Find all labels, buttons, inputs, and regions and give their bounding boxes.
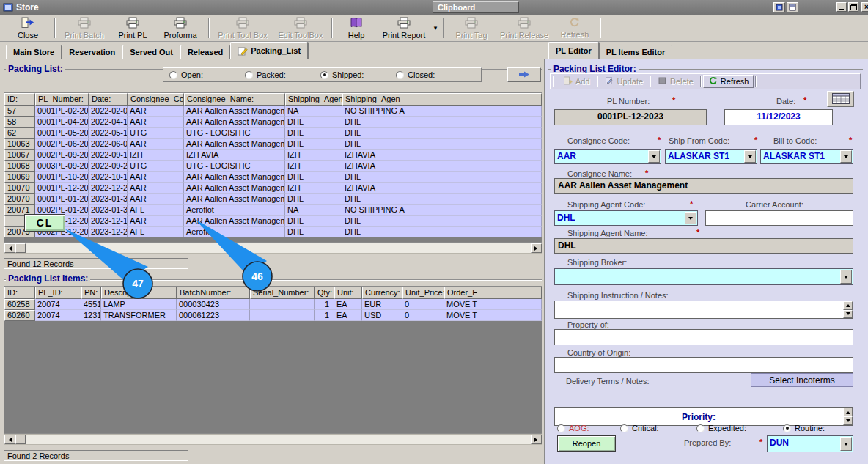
column-header-order-f[interactable]: Order_F [444, 287, 542, 299]
shipping-instruction-textarea[interactable] [554, 301, 853, 319]
chevron-down-icon[interactable] [840, 270, 852, 284]
shipping-broker-select[interactable] [554, 268, 853, 285]
ship-from-code-select[interactable]: ALASKAR ST1 [665, 149, 757, 164]
print-pl-button[interactable]: Print PL [110, 16, 155, 40]
table-row[interactable]: 60258200744551LAMP0000304231EAEUR0MOVE T [4, 299, 542, 310]
tab-reservation[interactable]: Reservation [62, 45, 122, 59]
column-header-id[interactable]: ID: [4, 93, 35, 106]
carrier-account-input[interactable] [705, 210, 853, 226]
column-header-consignee-code[interactable]: Consignee_Code: [128, 93, 184, 106]
chevron-down-icon[interactable] [840, 150, 852, 163]
column-header-pl-id[interactable]: PL_ID: [35, 287, 81, 299]
column-header-date[interactable]: Date: [89, 93, 128, 106]
table-row[interactable]: 100700001PL-12-20222022-12-21AARAAR Aall… [4, 183, 542, 194]
packing-list-hscrollbar[interactable] [4, 243, 542, 254]
chevron-down-icon[interactable] [648, 150, 660, 163]
table-row[interactable]: 200710002PL-01-20232023-01-30AFLAeroflot… [4, 205, 542, 216]
column-header-currency[interactable]: Currency: [362, 287, 402, 299]
calendar-button[interactable] [827, 91, 854, 107]
close-window-button[interactable]: × [861, 2, 868, 12]
minimize-button[interactable] [836, 2, 847, 12]
reopen-button[interactable]: Reopen [557, 435, 616, 452]
tab-main-store[interactable]: Main Store [6, 45, 62, 59]
table-row[interactable]: 570001PL-02-20222022-02-01AARAAR Aallen … [4, 106, 542, 117]
column-header-pn[interactable]: PN: [81, 287, 101, 299]
tab-packing-list[interactable]: Packing_List [230, 42, 308, 59]
country-of-origin-input[interactable] [554, 357, 853, 373]
chevron-down-icon[interactable] [840, 437, 852, 451]
table-row[interactable]: 200700001PL-01-20232023-01-30AARAAR Aall… [4, 194, 542, 205]
shipping-agent-code-select[interactable]: DHL [554, 210, 698, 226]
column-header-shipping-agent-cod[interactable]: Shipping_Agent_Cod [285, 93, 342, 106]
scroll-up-icon[interactable] [843, 408, 853, 416]
column-header-unit-price[interactable]: Unit_Price: [402, 287, 444, 299]
priority-critical[interactable]: Critical: [620, 424, 659, 432]
cl-annotation-button[interactable]: CL [24, 214, 65, 232]
form-shortcut-icon[interactable] [787, 2, 798, 12]
select-incoterms-button[interactable]: Select Incoterms [751, 373, 853, 387]
chevron-down-icon[interactable] [744, 150, 756, 163]
scroll-left-icon[interactable] [4, 435, 15, 444]
table-row[interactable]: 200750002PL-12-20232023-12-22AFLAeroflot… [4, 227, 542, 237]
scroll-down-icon[interactable] [843, 310, 853, 319]
priority-routine[interactable]: Routine: [783, 424, 825, 432]
property-of-input[interactable] [554, 329, 853, 345]
store-shortcut-icon[interactable] [773, 2, 785, 12]
radio-button-icon[interactable] [169, 71, 177, 79]
column-header-unit[interactable]: Unit: [334, 287, 362, 299]
prepared-by-select[interactable]: DUN [767, 435, 853, 452]
scrollbar-track[interactable] [26, 243, 531, 253]
priority-aog[interactable]: AOG: [557, 424, 589, 432]
consignee-code-select[interactable]: AAR [554, 149, 661, 164]
scroll-left-icon[interactable] [4, 243, 15, 253]
textarea-scroll-buttons[interactable] [843, 408, 853, 425]
apply-filter-button[interactable] [507, 67, 541, 82]
column-header-pl-number[interactable]: PL_Number: [35, 93, 89, 106]
table-row[interactable]: 580001PL-04-20222022-04-18AARAAR Aallen … [4, 117, 542, 128]
items-hscrollbar[interactable] [4, 434, 542, 445]
help-button[interactable]: Help [336, 16, 377, 40]
filter-closed[interactable]: Closed: [396, 70, 471, 79]
table-row[interactable]: 100680003PL-09-20222022-09-26UTGUTG - LO… [4, 161, 542, 172]
refresh-button[interactable]: Refresh [703, 75, 754, 88]
bill-to-code-select[interactable]: ALASKAR ST1 [760, 149, 853, 164]
column-header-serial-number[interactable]: Serial_Number: [250, 287, 315, 299]
column-header-batchnumber[interactable]: BatchNumber: [177, 287, 250, 299]
date-field[interactable]: 11/12/2023 [724, 109, 833, 125]
scroll-right-icon[interactable] [531, 435, 542, 444]
filter-packed[interactable]: Packed: [245, 70, 320, 79]
tab-pl-editor[interactable]: PL Editor [548, 42, 599, 59]
chevron-down-icon[interactable] [685, 212, 696, 224]
tab-released[interactable]: Released [180, 45, 230, 59]
scroll-up-icon[interactable] [843, 301, 853, 310]
table-row[interactable]: 100630002PL-06-20222022-06-06AARAAR Aall… [4, 139, 542, 150]
column-header-id[interactable]: ID: [4, 287, 35, 299]
table-row[interactable]: 100670002PL-09-20222022-09-15IZHIZH AVIA… [4, 150, 542, 161]
textarea-scroll-buttons[interactable] [843, 301, 853, 318]
print-report-dropdown-icon[interactable]: ▾ [431, 16, 440, 40]
table-row[interactable]: 602602007412311TRANSFORMER0000612231EAUS… [4, 310, 542, 321]
table-row[interactable]: 620001PL-05-20222022-05-12UTGUTG - LOGIS… [4, 128, 542, 139]
filter-open[interactable]: Open: [169, 70, 245, 79]
priority-expedited[interactable]: Expedited: [696, 424, 746, 432]
close-button[interactable]: Close [4, 16, 51, 40]
tab-pl-items-editor[interactable]: PL Items Editor [599, 45, 672, 59]
restore-button[interactable] [848, 2, 858, 12]
filter-shipped[interactable]: Shipped: [320, 70, 396, 79]
radio-button-icon[interactable] [557, 424, 565, 432]
table-row[interactable]: 100690001PL-10-20222022-10-13AARAAR Aall… [4, 172, 542, 183]
radio-button-icon[interactable] [320, 71, 328, 79]
radio-button-icon[interactable] [696, 424, 705, 432]
scrollbar-track[interactable] [26, 435, 531, 444]
column-header-shipping-agen[interactable]: Shipping_Agen [342, 93, 542, 106]
radio-button-icon[interactable] [783, 424, 791, 432]
radio-button-icon[interactable] [396, 71, 404, 79]
proforma-button[interactable]: Proforma [155, 16, 205, 40]
radio-button-icon[interactable] [620, 424, 628, 432]
column-header-qty[interactable]: Qty: [315, 287, 334, 299]
print-report-button[interactable]: Print Report [377, 16, 431, 40]
scroll-right-icon[interactable] [531, 243, 542, 253]
table-row[interactable]: 0001PL-12-20232023-12-11AARAAR Aallen As… [4, 216, 542, 227]
column-header-description[interactable]: Description: [101, 287, 177, 299]
scrollbar-thumb[interactable] [15, 243, 26, 253]
